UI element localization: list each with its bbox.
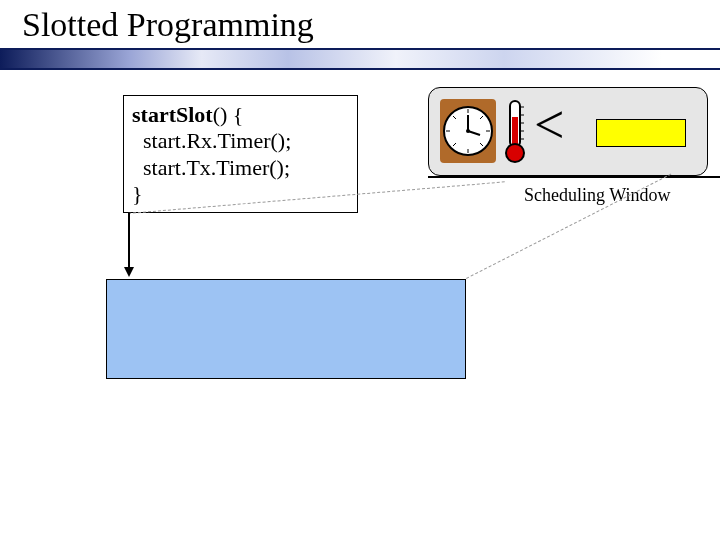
svg-point-15 [506,144,524,162]
code-box: startSlot() { start.Rx.Timer(); start.Tx… [123,95,358,213]
timeline-segment [106,279,466,379]
title-band [0,50,720,68]
clock-icon [440,99,496,163]
arrow-down [128,213,130,275]
thermometer-icon [504,99,526,163]
baseline-rule [428,176,720,178]
slot-rect [596,119,686,147]
svg-point-12 [466,129,470,133]
page-title: Slotted Programming [22,6,314,44]
code-line-1-rest: () { [213,102,244,127]
code-line-2: start.Rx.Timer(); [132,128,349,154]
code-line-3: start.Tx.Timer(); [132,155,349,181]
code-line-1: startSlot() { [132,102,349,128]
title-rule-bot [0,68,720,70]
svg-rect-14 [512,117,518,147]
scheduling-label: Scheduling Window [524,185,670,206]
code-func-name: startSlot [132,102,213,127]
less-than-symbol: < [534,98,564,152]
